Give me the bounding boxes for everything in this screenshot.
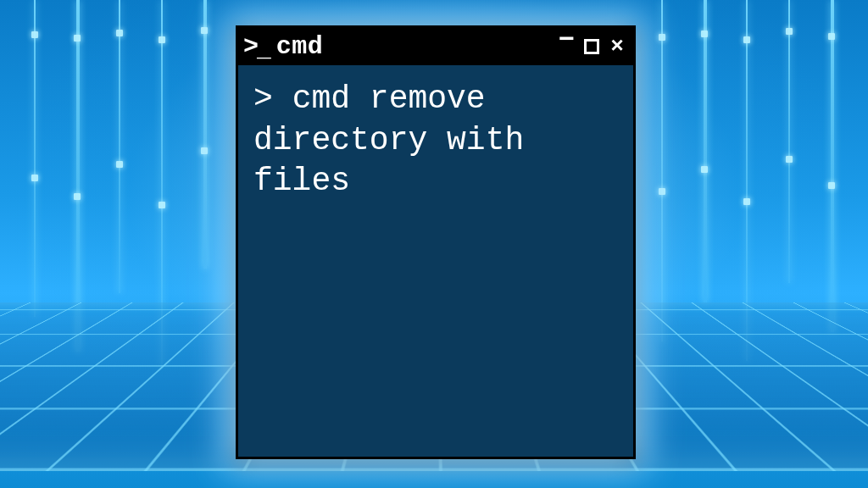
circuit-line bbox=[203, 0, 207, 269]
window-controls: − × bbox=[557, 37, 626, 56]
titlebar[interactable]: >_ cmd − × bbox=[238, 28, 633, 65]
circuit-line bbox=[831, 0, 834, 332]
terminal-window: >_ cmd − × > cmd remove directory with f… bbox=[236, 25, 636, 459]
maximize-button[interactable] bbox=[584, 39, 599, 54]
circuit-line bbox=[119, 0, 120, 293]
window-title: cmd bbox=[276, 32, 324, 61]
close-button[interactable]: × bbox=[608, 37, 626, 56]
circuit-line bbox=[34, 0, 36, 317]
circuit-line bbox=[76, 0, 80, 352]
circuit-line bbox=[704, 0, 707, 302]
terminal-body[interactable]: > cmd remove directory with files bbox=[238, 65, 633, 457]
prompt-char: > bbox=[253, 80, 273, 117]
circuit-line bbox=[788, 0, 790, 283]
minimize-button[interactable]: − bbox=[557, 30, 576, 49]
command-text: cmd remove directory with files bbox=[253, 80, 543, 199]
prompt-icon: >_ bbox=[243, 34, 271, 59]
command-line: > cmd remove directory with files bbox=[253, 79, 618, 202]
circuit-line bbox=[661, 0, 663, 341]
